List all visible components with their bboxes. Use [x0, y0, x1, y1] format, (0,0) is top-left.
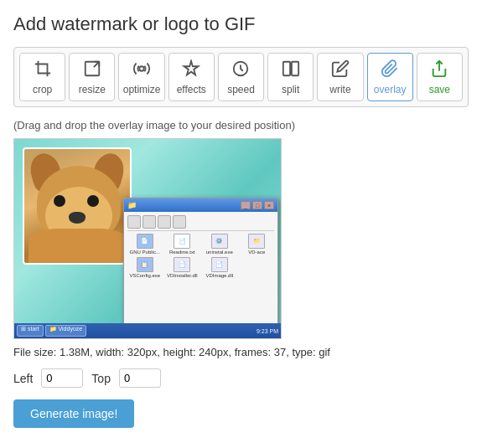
- dog-image-overlay[interactable]: [23, 147, 132, 265]
- resize-icon: [83, 59, 101, 80]
- generate-button[interactable]: Generate image!: [13, 399, 134, 428]
- optimize-button[interactable]: optimize: [118, 53, 164, 101]
- left-label: Left: [13, 372, 33, 385]
- top-label: Top: [91, 372, 111, 385]
- split-icon: [282, 59, 300, 80]
- speed-button[interactable]: speed: [218, 53, 264, 101]
- speed-icon: [231, 59, 250, 80]
- image-canvas[interactable]: 📁 _ □ × 📄 GNU Public... 📄: [13, 138, 282, 339]
- svg-point-2: [139, 66, 144, 71]
- optimize-icon: [132, 59, 151, 80]
- dog-eye-right: [87, 195, 99, 207]
- svg-rect-4: [283, 61, 290, 75]
- win-body: 📄 GNU Public... 📄 Readme.txt ⚙️ uninstal…: [124, 212, 277, 335]
- dog-nose: [69, 212, 86, 224]
- win-titlebar: 📁 _ □ ×: [124, 198, 277, 212]
- file-info: File size: 1.38M, width: 320px, height: …: [13, 346, 469, 358]
- win-taskbar: ⊞ start 📁 Viddyoze 9:23 PM: [14, 323, 281, 338]
- dog-eye-left: [54, 195, 65, 207]
- split-button[interactable]: split: [267, 53, 314, 101]
- svg-line-1: [94, 61, 99, 66]
- resize-button[interactable]: resize: [69, 53, 115, 101]
- crop-icon: [34, 59, 52, 80]
- save-button[interactable]: save: [417, 53, 463, 101]
- toolbar: crop resize optimize effec: [13, 47, 469, 107]
- effects-icon: [182, 59, 200, 80]
- overlay-icon: [381, 59, 399, 80]
- dog-body: [29, 229, 129, 265]
- crop-button[interactable]: crop: [19, 53, 65, 101]
- drag-hint: (Drag and drop the overlay image to your…: [13, 119, 469, 131]
- overlay-button[interactable]: overlay: [367, 53, 413, 101]
- left-input[interactable]: [41, 368, 83, 388]
- effects-button[interactable]: effects: [168, 53, 215, 101]
- save-icon: [430, 59, 448, 80]
- page-title: Add watermark or logo to GIF: [13, 13, 469, 35]
- windows-dialog-overlay[interactable]: 📁 _ □ × 📄 GNU Public... 📄: [123, 198, 278, 336]
- svg-rect-5: [292, 61, 298, 75]
- position-controls: Left Top: [13, 368, 469, 388]
- write-icon: [331, 59, 350, 80]
- top-input[interactable]: [119, 368, 161, 388]
- write-button[interactable]: write: [317, 53, 363, 101]
